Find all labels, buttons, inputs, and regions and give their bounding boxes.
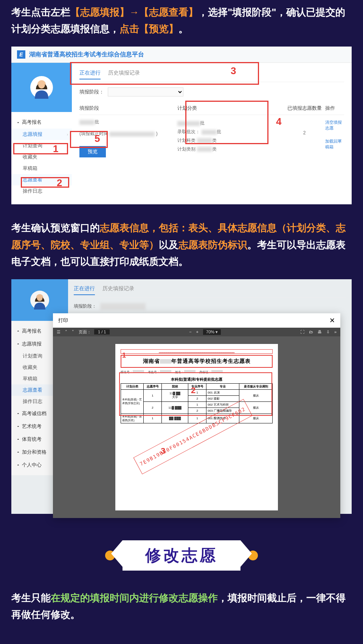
avatar-box bbox=[11, 63, 72, 112]
banner-title: 修改志愿 bbox=[145, 545, 218, 566]
page-indicator: 1 / 1 bbox=[94, 329, 110, 334]
zoom-out-icon[interactable]: − bbox=[189, 330, 191, 334]
app-title: 湖南省普通高校招生考试考生综合信息平台 bbox=[29, 51, 144, 59]
annotation-box-1: 湖南省年普通高等学校招生考生志愿表 bbox=[121, 355, 273, 368]
print-modal: 打印 ✕ ☰ ˄ ˅ 页面： 1 / 1 − + 70% ▾ ⛶ 🗁 🖶 ⇩ bbox=[53, 313, 340, 518]
col-count: 已填报志愿数量 bbox=[284, 105, 325, 112]
filter-row: 填报阶段： bbox=[74, 298, 346, 315]
doc-title: 湖南省年普通高等学校招生考生志愿表 bbox=[121, 356, 272, 367]
logo-icon: E bbox=[17, 50, 25, 59]
jhlb-label: 计划类别 bbox=[177, 146, 195, 152]
nav-gaokao[interactable]: 高考报名 bbox=[11, 116, 72, 129]
ribbon: 修改志愿 bbox=[123, 540, 240, 571]
annotation-box-2 bbox=[119, 372, 272, 416]
modal-title: 打印 bbox=[58, 317, 68, 324]
instruction-2: 考生确认预览窗口的志愿表信息，包括：表头、具体志愿信息（计划分类、志愿序号、院校… bbox=[0, 204, 363, 279]
blurred-text bbox=[109, 132, 155, 137]
blurred-select bbox=[100, 303, 146, 310]
highlight: 在规定的填报时间内进行修改志愿操作 bbox=[51, 592, 218, 604]
arrow-down-icon[interactable]: ˅ bbox=[72, 330, 74, 334]
count-value: 2 bbox=[284, 119, 325, 135]
filter-label: 填报阶段： bbox=[79, 89, 104, 95]
filter-label: 填报阶段： bbox=[74, 303, 96, 310]
instruction-1: 考生点击左栏【志愿填报】→【志愿查看】，选择"填报阶段"，确认已提交的计划分类志… bbox=[0, 0, 363, 47]
document-viewport: ▁▁▁▁▁▁▁▁▁▁▁▁▁▁▁▁▁▁▁▁▁▁▁▁▁▁▁▁▁▁▁▁▁▁▁▁▁▁▁▁… bbox=[53, 336, 340, 518]
annotation-box-4 bbox=[185, 101, 268, 144]
section-banner: 修改志愿 bbox=[93, 540, 270, 571]
print-icon[interactable]: 🖶 bbox=[318, 330, 322, 334]
highlight: 【志愿填报】→【志愿查看】 bbox=[70, 6, 198, 18]
instruction-3: 考生只能在规定的填报时间内进行修改志愿操作，填报时间截止后，一律不得再做任何修改… bbox=[0, 586, 363, 632]
download-icon[interactable]: ⇩ bbox=[326, 330, 330, 334]
clear-link[interactable]: 清空填报志愿 bbox=[325, 119, 344, 132]
blurred-text bbox=[197, 147, 212, 152]
doc-notice: ▁▁▁▁▁▁▁▁▁▁▁▁▁▁▁▁▁▁▁▁▁▁▁▁▁▁▁▁▁▁▁▁▁▁▁▁▁▁▁▁ bbox=[121, 349, 273, 354]
svg-point-2 bbox=[38, 82, 45, 89]
document-page: ▁▁▁▁▁▁▁▁▁▁▁▁▁▁▁▁▁▁▁▁▁▁▁▁▁▁▁▁▁▁▁▁▁▁▁▁▁▁▁▁… bbox=[115, 344, 278, 510]
annotation-num-3: 3 bbox=[161, 446, 165, 456]
main-panel: 正在进行 历史填报记录 填报阶段： 填报阶段 计划分类 已填报志愿数量 操作 批 bbox=[72, 63, 352, 201]
avatar-icon bbox=[30, 76, 53, 99]
open-icon[interactable]: 🗁 bbox=[309, 330, 313, 334]
text: 。 bbox=[178, 23, 188, 34]
text: 考生只能 bbox=[11, 592, 51, 604]
annotation-num-2: 2 bbox=[57, 177, 62, 189]
annotation-num-4: 4 bbox=[276, 116, 281, 128]
svg-point-5 bbox=[37, 295, 43, 301]
load-draft-link[interactable]: 加载回草稿箱 bbox=[325, 138, 344, 151]
text: 考生确认预览窗口的 bbox=[11, 222, 100, 233]
close-icon[interactable]: ✕ bbox=[329, 316, 335, 325]
blurred-year bbox=[160, 359, 171, 364]
batch-suffix: 批 bbox=[95, 119, 99, 124]
screenshot-2: 高考报名 志愿填报 计划查询 收藏夹 草稿箱 志愿查看 操作日志 高考诚信档 艺… bbox=[11, 279, 352, 514]
fullscreen-icon[interactable]: ⛶ bbox=[300, 330, 304, 334]
annotation-box-1 bbox=[13, 143, 68, 154]
nav-drafts[interactable]: 草稿箱 bbox=[11, 163, 72, 174]
app-header: E 湖南省普通高校招生考试考生综合信息平台 bbox=[11, 47, 352, 63]
col-ops: 操作 bbox=[325, 105, 344, 112]
annotation-num-1: 1 bbox=[53, 143, 58, 155]
screenshot-1: E 湖南省普通高校招生考试考生综合信息平台 高考报名 志愿填 bbox=[11, 47, 352, 204]
avatar-icon bbox=[30, 291, 49, 310]
chevron-right-icon: › bbox=[67, 132, 68, 137]
page-label: 页面： bbox=[79, 329, 91, 335]
zoom-value[interactable]: 70% ▾ bbox=[203, 329, 221, 335]
sidebar-toggle-icon[interactable]: ☰ bbox=[57, 330, 60, 334]
tab-history[interactable]: 历史填报记录 bbox=[102, 285, 134, 295]
text: 以及 bbox=[159, 239, 178, 250]
annotation-num-1: 1 bbox=[122, 352, 126, 359]
tabs: 正在进行 历史填报记录 bbox=[74, 282, 346, 298]
modal-header: 打印 ✕ bbox=[53, 313, 340, 328]
annotation-box-5 bbox=[70, 131, 108, 148]
highlight: 点击【预览】 bbox=[119, 23, 178, 34]
highlight: 志愿表防伪标识 bbox=[178, 239, 247, 250]
tab-current[interactable]: 正在进行 bbox=[74, 285, 95, 295]
blurred-text bbox=[79, 120, 95, 125]
arrow-up-icon[interactable]: ˄ bbox=[65, 330, 67, 334]
annotation-num-3: 3 bbox=[231, 65, 236, 77]
filter-row: 填报阶段： bbox=[79, 82, 344, 102]
nav-zhiyuan-tianbao[interactable]: 志愿填报› bbox=[11, 129, 72, 140]
phase-select[interactable] bbox=[108, 87, 183, 96]
zoom-in-icon[interactable]: + bbox=[196, 330, 199, 334]
col-phase: 填报阶段 bbox=[79, 105, 177, 112]
annotation-num-5: 5 bbox=[95, 133, 100, 145]
pdf-toolbar: ☰ ˄ ˅ 页面： 1 / 1 − + 70% ▾ ⛶ 🗁 🖶 ⇩ » bbox=[53, 328, 340, 336]
text: 考生点击左栏 bbox=[11, 6, 70, 18]
tools-icon[interactable]: » bbox=[334, 330, 337, 334]
